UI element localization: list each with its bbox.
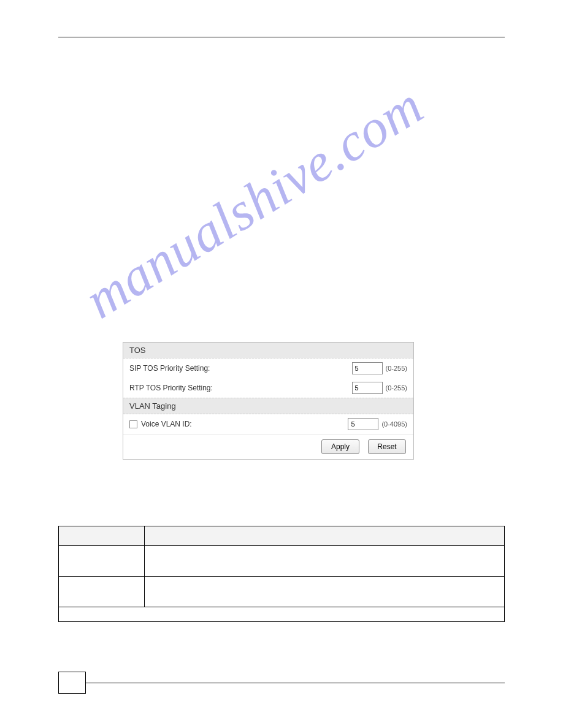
table-cell <box>145 546 505 577</box>
table-header-row <box>59 526 505 546</box>
table-header-col1 <box>59 526 145 546</box>
table-footer-row <box>59 607 505 622</box>
voice-vlan-input[interactable] <box>348 418 378 430</box>
apply-button[interactable]: Apply <box>321 439 359 454</box>
table-footer-cell <box>59 607 505 622</box>
sip-tos-label: SIP TOS Priority Setting: <box>129 364 352 373</box>
page-number-box <box>58 672 86 694</box>
voice-vlan-checkbox[interactable] <box>129 420 137 428</box>
button-row: Apply Reset <box>123 434 413 459</box>
page-rect-icon <box>58 672 86 694</box>
description-table <box>58 526 505 622</box>
rtp-tos-input[interactable] <box>352 382 383 394</box>
sip-tos-row: SIP TOS Priority Setting: (0-255) <box>123 358 413 378</box>
tos-section-header: TOS <box>123 343 413 358</box>
table-header-col2 <box>145 526 505 546</box>
rtp-tos-label: RTP TOS Priority Setting: <box>129 384 352 392</box>
table-cell <box>59 577 145 607</box>
voice-vlan-label: Voice VLAN ID: <box>141 420 348 428</box>
config-panel: TOS SIP TOS Priority Setting: (0-255) RT… <box>123 342 414 460</box>
watermark-text: manualshive.com <box>74 74 434 331</box>
reset-button[interactable]: Reset <box>368 439 406 454</box>
table-cell <box>145 577 505 607</box>
rtp-tos-range: (0-255) <box>386 384 407 392</box>
page-bottom-rule <box>86 683 505 683</box>
table-row <box>59 577 505 607</box>
voice-vlan-range: (0-4095) <box>381 420 407 428</box>
vlan-section-header: VLAN Taging <box>123 398 413 414</box>
sip-tos-range: (0-255) <box>386 365 407 372</box>
table-row <box>59 546 505 577</box>
sip-tos-input[interactable] <box>352 362 383 374</box>
rtp-tos-row: RTP TOS Priority Setting: (0-255) <box>123 378 413 398</box>
page-top-rule <box>58 37 505 37</box>
table-cell <box>59 546 145 577</box>
voice-vlan-row: Voice VLAN ID: (0-4095) <box>123 414 413 434</box>
